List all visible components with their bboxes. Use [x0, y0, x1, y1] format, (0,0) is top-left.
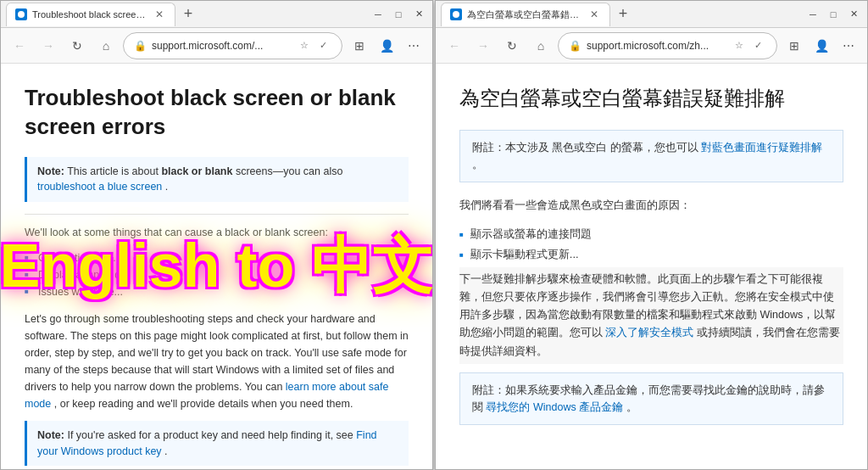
right-bullet-2-text: 顯示卡驅動程式更新... — [470, 247, 579, 262]
left-page-title: Troubleshoot black screen or blank scree… — [25, 84, 409, 142]
right-toolbar-menu[interactable]: ⋯ — [837, 34, 860, 58]
right-bullet-1: 顯示器或螢幕的連接問題 — [459, 227, 843, 242]
right-maximize-button[interactable]: □ — [825, 6, 842, 23]
left-window-controls: ─ □ ✕ — [370, 6, 427, 23]
left-home-button[interactable]: ⌂ — [94, 34, 118, 58]
right-home-button[interactable]: ⌂ — [529, 34, 553, 58]
right-active-tab[interactable]: 為空白螢幕或空白螢幕錯誤疑難... ✕ — [441, 3, 610, 26]
right-note2-end: 。 — [626, 401, 637, 413]
right-tabs: 為空白螢幕或空白螢幕錯誤疑難... ✕ + — [441, 3, 801, 26]
left-toolbar-extensions[interactable]: ⊞ — [348, 34, 371, 58]
right-tab-title: 為空白螢幕或空白螢幕錯誤疑難... — [467, 8, 582, 21]
right-url-text: support.microsoft.com/zh... — [587, 40, 726, 52]
right-note-end: 。 — [472, 159, 483, 171]
right-bullet-1-text: 顯示器或螢幕的連接問題 — [470, 227, 592, 242]
left-url-action-check[interactable]: ✓ — [314, 37, 331, 54]
right-tab-close[interactable]: ✕ — [587, 8, 601, 21]
right-forward-button[interactable]: → — [471, 34, 495, 58]
left-body1: Let's go through some troubleshooting st… — [25, 311, 409, 412]
left-active-tab[interactable]: Troubleshoot black screen or b... ✕ — [6, 3, 175, 26]
left-close-button[interactable]: ✕ — [410, 6, 427, 23]
list-item: Display adapter d... — [25, 266, 409, 283]
left-bullet-list: Connection pro... Display adapter d... I… — [25, 249, 409, 300]
left-note2-text: If you're asked for a product key and ne… — [67, 429, 356, 441]
list-item: Connection pro... — [25, 249, 409, 266]
left-maximize-button[interactable]: □ — [390, 6, 407, 23]
right-close-button[interactable]: ✕ — [845, 6, 862, 23]
left-title-bar: Troubleshoot black screen or b... ✕ + ─ … — [1, 1, 432, 28]
right-toolbar-extensions[interactable]: ⊞ — [782, 34, 806, 58]
left-tabs: Troubleshoot black screen or b... ✕ + — [6, 3, 366, 26]
right-back-button[interactable]: ← — [442, 34, 466, 58]
left-tab-close[interactable]: ✕ — [153, 8, 166, 21]
right-minimize-button[interactable]: ─ — [804, 6, 821, 23]
left-note-box: Note: This article is about black or bla… — [25, 157, 409, 203]
left-tab-favicon — [15, 8, 27, 20]
right-url-actions: ☆ ✓ — [731, 37, 766, 54]
left-note-text: This article is about — [67, 165, 161, 177]
right-browser-window: 為空白螢幕或空白螢幕錯誤疑難... ✕ + ─ □ ✕ ← → ↻ ⌂ 🔒 su… — [435, 0, 868, 470]
right-note-link[interactable]: 對藍色畫面進行疑難排解 — [701, 142, 822, 154]
svg-point-0 — [18, 11, 25, 18]
left-note-box2: Note: If you're asked for a product key … — [25, 421, 409, 467]
left-body1-cont: , or keep reading and we'll provide deta… — [54, 398, 353, 410]
right-note-box2: 附註：如果系統要求輸入產品金鑰，而您需要尋找此金鑰的說助時，請參閱 尋找您的 W… — [459, 372, 843, 425]
left-url-actions: ☆ ✓ — [296, 37, 331, 54]
left-refresh-button[interactable]: ↻ — [65, 34, 89, 58]
left-divider — [25, 214, 409, 215]
left-browser-window: Troubleshoot black screen or b... ✕ + ─ … — [0, 0, 433, 470]
right-window-controls: ─ □ ✕ — [804, 6, 862, 23]
right-page-title: 為空白螢幕或空白螢幕錯誤疑難排解 — [459, 84, 843, 113]
right-address-bar: ← → ↻ ⌂ 🔒 support.microsoft.com/zh... ☆ … — [436, 28, 867, 64]
right-page-content: 為空白螢幕或空白螢幕錯誤疑難排解 附註：本文涉及 黑色或空白 的螢幕，您也可以 … — [436, 64, 867, 469]
left-note2-end: . — [164, 445, 167, 457]
left-note-bold: black or blank — [161, 165, 232, 177]
right-title-bar: 為空白螢幕或空白螢幕錯誤疑難... ✕ + ─ □ ✕ — [436, 1, 867, 28]
right-refresh-button[interactable]: ↻ — [500, 34, 524, 58]
right-note-box: 附註：本文涉及 黑色或空白 的螢幕，您也可以 對藍色畫面進行疑難排解 。 — [459, 130, 843, 182]
right-new-tab-button[interactable]: + — [612, 3, 634, 25]
left-page-content: Troubleshoot black screen or blank scree… — [1, 64, 432, 469]
left-url-bar[interactable]: 🔒 support.microsoft.com/... ☆ ✓ — [123, 32, 342, 59]
left-back-button[interactable]: ← — [8, 34, 31, 58]
left-new-tab-button[interactable]: + — [177, 3, 199, 25]
left-note-text2: screens—you can also — [236, 165, 342, 177]
right-url-bar[interactable]: 🔒 support.microsoft.com/zh... ☆ ✓ — [558, 32, 777, 59]
left-note-link[interactable]: troubleshoot a blue screen — [37, 181, 162, 193]
left-section-intro: We'll look at some things that can cause… — [25, 225, 409, 241]
right-url-action-check[interactable]: ✓ — [749, 37, 766, 54]
right-body1: 下一些疑難排解步驟來檢查硬體和軟體。此頁面上的步驟乍看之下可能很複雜，但您只要依… — [459, 267, 843, 364]
left-toolbar-profile[interactable]: 👤 — [375, 34, 398, 58]
left-note-period: . — [165, 181, 168, 193]
right-tab-favicon — [450, 8, 462, 20]
left-url-action-star[interactable]: ☆ — [296, 37, 313, 54]
right-intro: 我們將看看一些會造成黑色或空白畫面的原因： — [459, 196, 843, 215]
right-note-text: 附註：本文涉及 黑色或空白 的螢幕，您也可以 — [472, 142, 698, 154]
right-lock-icon: 🔒 — [569, 40, 581, 52]
right-url-action-star[interactable]: ☆ — [731, 37, 748, 54]
right-toolbar-icons: ⊞ 👤 ⋯ — [782, 34, 860, 58]
right-toolbar-profile[interactable]: 👤 — [810, 34, 833, 58]
left-toolbar-icons: ⊞ 👤 ⋯ — [348, 34, 426, 58]
right-bullet-2: 顯示卡驅動程式更新... — [459, 247, 843, 262]
left-address-bar: ← → ↻ ⌂ 🔒 support.microsoft.com/... ☆ ✓ … — [1, 28, 432, 64]
left-url-text: support.microsoft.com/... — [152, 40, 291, 52]
left-minimize-button[interactable]: ─ — [370, 6, 387, 23]
left-note-label: Note: — [37, 165, 64, 177]
left-tab-title: Troubleshoot black screen or b... — [32, 9, 147, 20]
left-forward-button[interactable]: → — [36, 34, 60, 58]
right-body1-link[interactable]: 深入了解安全模式 — [605, 327, 693, 339]
list-item: Issues with rece... — [25, 283, 409, 300]
right-note2-link[interactable]: 尋找您的 Windows 產品金鑰 — [486, 401, 623, 413]
left-note2-label: Note: — [37, 429, 64, 441]
svg-point-1 — [453, 11, 459, 18]
left-lock-icon: 🔒 — [134, 40, 147, 52]
left-toolbar-menu[interactable]: ⋯ — [402, 34, 426, 58]
